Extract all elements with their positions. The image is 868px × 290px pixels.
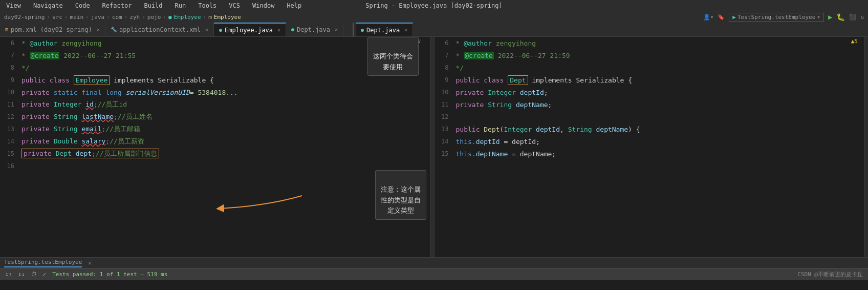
run-config-label: ▶ TestSpring.testEmployee ▾ [729,13,824,22]
watermark: CSDN @不断前进的皮卡丘 [797,271,863,278]
run-tab-close[interactable]: ✕ [88,260,91,266]
breadcrumb-employee-class[interactable]: Employee [174,14,201,20]
run-config-arrow[interactable]: ▾ [817,14,820,20]
tabs-bar: m pom.xml (day02-spring) ✕ 🔧 application… [0,23,868,37]
breadcrumb-com[interactable]: com [112,14,122,20]
tab-appctx-icon: 🔧 [111,27,117,32]
callout-top: 这两个类待会 要使用 [367,37,419,76]
code-line-16: 16 [0,160,434,172]
menu-window[interactable]: Window [250,1,276,10]
window-title: Spring - Employee.java [day02-spring] [365,2,502,9]
code-line-13: 13 private String email;//员工邮箱 [0,123,434,135]
right-code-line-15: 15 this.deptName = deptName; [435,148,869,160]
menu-bar-items: View Navigate Code Refactor Build Run To… [0,0,868,11]
breadcrumb-src[interactable]: src [52,14,62,20]
right-code-line-10: 10 private Integer deptId; [435,86,869,98]
menu-view[interactable]: View [4,1,23,10]
right-code-line-6: 6 * @author zengyihong [435,37,869,49]
tab-dept2-icon: ● [361,27,364,33]
more-button[interactable]: ↻ [860,14,864,20]
tab-dept1-label: Dept.java [297,26,330,33]
left-scrollbar[interactable] [430,37,434,257]
breadcrumb-employee-method[interactable]: Employee [214,14,241,20]
code-line-11: 11 private Integer id;//员工id [0,98,434,111]
right-code-line-9: 9 public class Dept implements Serializa… [435,74,869,86]
tab-dept2-close[interactable]: ✕ [404,27,407,33]
status-sort-icon[interactable]: ↕↑ [5,271,12,278]
code-line-14: 14 private Double salary;//员工薪资 [0,135,434,148]
run-bar: TestSpring.testEmployee ✕ [0,257,868,268]
right-code-line-12: 12 [435,111,869,123]
run-button[interactable]: ▶ [828,13,832,21]
tab-pom-icon: m [5,27,8,32]
run-tab-label[interactable]: TestSpring.testEmployee [4,259,82,267]
tab-dept2[interactable]: ● Dept.java ✕ [356,23,413,36]
test-result: Tests passed: 1 of 1 test – 519 ms [52,271,167,278]
tab-employee-icon: ● [219,27,222,33]
tab-dept1-close[interactable]: ✕ [335,27,338,32]
breadcrumb-zyh[interactable]: zyh [129,14,140,20]
right-code-line-13: 13 public Dept(Integer deptId, String de… [435,123,869,135]
tab-pom-close[interactable]: ✕ [97,27,100,32]
coverage-button[interactable]: ⬛ [849,14,856,20]
tab-employee-label: Employee.java [225,27,273,34]
status-clock-icon: ⏱ [31,271,37,278]
menu-code[interactable]: Code [73,1,92,10]
breadcrumb-java[interactable]: java [91,14,105,20]
menu-help[interactable]: Help [285,1,303,10]
right-code-line-14: 14 this.deptId = deptId; [435,135,869,148]
vcs-icon: 👤▾ [703,14,714,20]
code-line-15: 15 private Dept dept;//员工所属部门信息 [0,148,434,160]
editor-container: ▲5 ▲8 ∧ ∨ 6 * @author zengyihong 7 * @cr… [0,37,868,257]
callout-bottom: 注意：这个属 性的类型是自 定义类型 [375,170,426,220]
right-scrollbar[interactable] [864,37,868,257]
left-editor-pane: ▲5 ▲8 ∧ ∨ 6 * @author zengyihong 7 * @cr… [0,37,435,257]
menu-refactor[interactable]: Refactor [100,1,134,10]
tab-dept2-label: Dept.java [366,27,400,34]
right-code-line-8: 8 */ [435,61,869,74]
breadcrumb-class-icon: ● [168,14,172,20]
menu-build[interactable]: Build [142,1,164,10]
tab-pom[interactable]: m pom.xml (day02-spring) ✕ [0,23,105,36]
tab-appctx-close[interactable]: ✕ [205,27,208,32]
menu-run[interactable]: Run [173,1,188,10]
right-code-line-11: 11 private String deptName; [435,98,869,111]
tab-dept1-icon: ● [291,27,294,32]
status-sort2-icon[interactable]: ↕↓ [18,271,25,278]
status-check-icon: ✓ [43,271,47,278]
menu-navigate[interactable]: Navigate [31,1,65,10]
tab-employee[interactable]: ● Employee.java ✕ [214,23,286,36]
tab-appctx-label: applicationContext.xml [119,26,201,33]
bookmark-icon[interactable]: 🔖 [718,14,725,20]
breadcrumb-main[interactable]: main [70,14,84,20]
right-code-area[interactable]: 6 * @author zengyihong 7 * @create 2022-… [435,37,869,257]
tab-pom-label: pom.xml (day02-spring) [11,26,92,33]
menu-vcs[interactable]: VCS [227,1,242,10]
code-line-10: 10 private static final long serialVersi… [0,86,434,98]
tab-dept1[interactable]: ● Dept.java ✕ [286,23,343,36]
tab-appctx[interactable]: 🔧 applicationContext.xml ✕ [105,23,214,36]
breadcrumb-project[interactable]: day02-spring [4,14,45,20]
code-line-12: 12 private String lastName;//员工姓名 [0,111,434,123]
debug-button[interactable]: 🐛 [836,13,845,21]
menu-tools[interactable]: Tools [196,1,219,10]
breadcrumb: day02-spring › src › main › java › com ›… [0,11,868,23]
menu-bar: View Navigate Code Refactor Build Run To… [0,0,868,11]
breadcrumb-method-icon: m [208,14,212,20]
status-bar: ↕↑ ↕↓ ⏱ ✓ Tests passed: 1 of 1 test – 51… [0,268,868,280]
right-warnings: ▲5 [851,38,858,45]
breadcrumb-pojo[interactable]: pojo [147,14,161,20]
right-code-line-7: 7 * @create 2022--06--27 21:59 [435,49,869,61]
right-editor-pane: ▲5 6 * @author zengyihong 7 * @create 20… [435,37,869,257]
tab-employee-close[interactable]: ✕ [277,27,280,33]
run-config-icon: ▶ [732,14,736,20]
